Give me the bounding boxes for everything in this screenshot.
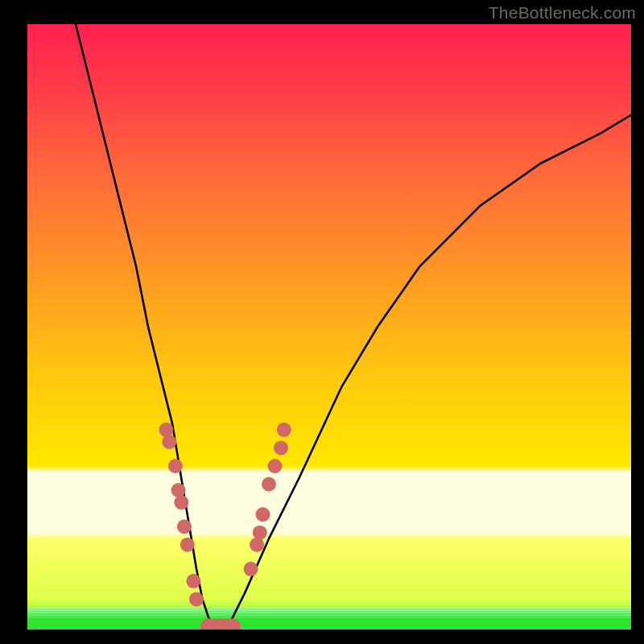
green-band-stripes [27, 609, 631, 630]
highlight-dot [262, 477, 276, 492]
highlight-dot [162, 435, 176, 449]
highlight-dot [186, 574, 200, 588]
highlight-dot [159, 423, 174, 437]
svg-rect-5 [27, 609, 631, 611]
chart-stage: TheBottleneck.com [0, 0, 644, 644]
watermark-text: TheBottleneck.com [489, 3, 636, 23]
chart-plot-area [27, 24, 631, 630]
highlight-dot [171, 483, 186, 497]
svg-rect-3 [27, 613, 631, 616]
chart-svg [27, 24, 631, 630]
svg-rect-4 [27, 611, 631, 613]
highlight-dot [168, 459, 183, 473]
highlight-dot [253, 526, 267, 540]
highlight-dot [256, 507, 270, 522]
svg-rect-1 [27, 618, 631, 630]
highlight-dot [250, 538, 264, 552]
highlight-dot [174, 495, 188, 510]
highlight-dot [189, 592, 204, 606]
chart-background [27, 24, 631, 630]
highlight-dots-bottom [200, 618, 241, 630]
highlight-dot [274, 440, 288, 455]
svg-rect-2 [27, 616, 631, 618]
highlight-dot [244, 562, 258, 576]
highlight-dot [180, 538, 195, 552]
highlight-dot [177, 519, 192, 534]
highlight-dot [277, 423, 291, 437]
highlight-dot [268, 459, 283, 473]
